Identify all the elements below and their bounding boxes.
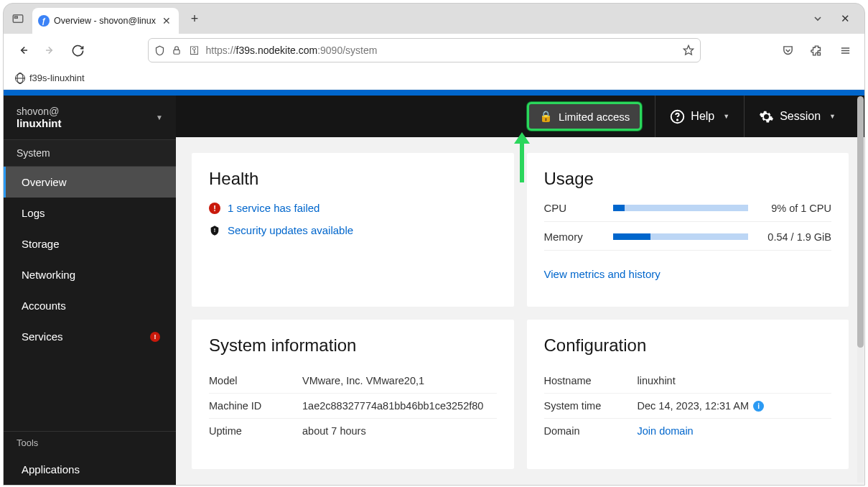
sidebar-section-system[interactable]: System <box>4 139 176 167</box>
health-card: Health ! 1 service has failed ! Security… <box>192 153 514 307</box>
service-failed-link[interactable]: 1 service has failed <box>228 202 319 214</box>
sidebar-item-label: Storage <box>22 238 60 250</box>
info-value: VMware, Inc. VMware20,1 <box>302 375 497 386</box>
info-label: Domain <box>544 425 638 437</box>
sidebar-item-networking[interactable]: Networking <box>4 259 176 290</box>
sidebar-item-services[interactable]: Services! <box>4 321 176 352</box>
svg-rect-1 <box>15 17 18 18</box>
metrics-history-link[interactable]: View metrics and history <box>544 268 661 280</box>
alert-icon: ! <box>209 203 220 214</box>
host-name: linuxhint <box>17 117 62 129</box>
cpu-bar <box>613 205 749 211</box>
tab-close-button[interactable]: ✕ <box>160 15 173 27</box>
host-user: shovon@ <box>17 106 62 117</box>
info-label: System time <box>544 400 638 412</box>
bookmark-bar: f39s-linuxhint <box>4 67 864 90</box>
window-close-button[interactable]: ✕ <box>841 12 850 25</box>
sidebar-item-label: Logs <box>22 207 45 219</box>
sysinfo-card: System information ModelVMware, Inc. VMw… <box>192 320 514 469</box>
lock-icon: 🔒 <box>539 110 553 123</box>
svg-marker-5 <box>683 45 693 55</box>
bookmark-star-button[interactable] <box>683 45 694 56</box>
limited-access-label: Limited access <box>559 111 630 123</box>
health-title: Health <box>209 169 497 189</box>
help-label: Help <box>691 110 714 123</box>
caret-down-icon: ▼ <box>723 113 729 120</box>
new-tab-button[interactable]: + <box>185 9 205 29</box>
info-row: System timeDec 14, 2023, 12:31 AMi <box>544 394 832 419</box>
shield-icon <box>154 45 166 56</box>
cockpit-app: shovon@ linuxhint ▼ System OverviewLogsS… <box>4 96 864 485</box>
cpu-label: CPU <box>544 202 602 214</box>
scrollbar[interactable] <box>857 96 864 483</box>
lock-icon <box>172 45 183 55</box>
sidebar-item-accounts[interactable]: Accounts <box>4 290 176 321</box>
browser-window: ƒ Overview - shovon@linux ✕ + ✕ <box>3 3 865 486</box>
memory-bar <box>613 233 749 240</box>
url-text: https://f39s.nodekite.com:9090/system <box>206 45 677 56</box>
usage-card: Usage CPU 9% of 1 CPU Memory 0.54 / 1.9 … <box>527 153 849 307</box>
info-row: Hostnamelinuxhint <box>544 368 832 394</box>
session-menu[interactable]: Session ▼ <box>744 96 850 137</box>
help-icon <box>670 109 685 124</box>
limited-access-button[interactable]: 🔒 Limited access <box>527 102 642 131</box>
svg-point-10 <box>677 119 678 120</box>
reload-button[interactable] <box>67 40 88 61</box>
sidebar-section-tools[interactable]: Tools <box>4 431 176 454</box>
sidebar-item-label: Overview <box>22 176 67 188</box>
url-bar[interactable]: ⚿ https://f39s.nodekite.com:9090/system <box>148 38 701 62</box>
sysinfo-title: System information <box>209 335 497 356</box>
security-updates-link[interactable]: Security updates available <box>228 224 353 236</box>
memory-value: 0.54 / 1.9 GiB <box>760 231 831 243</box>
extensions-button[interactable] <box>806 40 827 61</box>
caret-down-icon: ▼ <box>829 113 836 120</box>
sidebar-item-overview[interactable]: Overview <box>4 167 176 198</box>
info-label: Model <box>209 375 302 386</box>
svg-rect-4 <box>173 50 179 54</box>
info-value-link[interactable]: Join domain <box>638 425 832 437</box>
back-button[interactable] <box>12 40 34 61</box>
browser-tab[interactable]: ƒ Overview - shovon@linux ✕ <box>32 8 179 34</box>
cpu-value: 9% of 1 CPU <box>760 203 831 214</box>
pocket-button[interactable] <box>777 40 798 61</box>
host-switcher[interactable]: shovon@ linuxhint ▼ <box>4 96 176 139</box>
memory-label: Memory <box>544 231 602 243</box>
key-icon: ⚿ <box>189 45 200 56</box>
help-menu[interactable]: Help ▼ <box>655 96 744 137</box>
tab-bar: ƒ Overview - shovon@linux ✕ + ✕ <box>4 4 864 34</box>
info-value: Dec 14, 2023, 12:31 AMi <box>638 400 832 412</box>
sidebar-item-storage[interactable]: Storage <box>4 228 176 259</box>
content-grid: Health ! 1 service has failed ! Security… <box>176 137 864 485</box>
info-label: Hostname <box>544 375 638 386</box>
sidebar-item-label: Networking <box>22 269 75 281</box>
sidebar-item-applications[interactable]: Applications <box>4 454 176 485</box>
scrollbar-thumb[interactable] <box>857 96 864 348</box>
browser-toolbar: ⚿ https://f39s.nodekite.com:9090/system <box>4 34 864 67</box>
info-row: Machine ID1ae2c88327774a81bb46bb1ce3252f… <box>209 394 497 419</box>
firefox-view-button[interactable] <box>9 10 27 27</box>
menu-button[interactable] <box>834 40 856 61</box>
sidebar-item-label: Services <box>22 330 63 343</box>
sidebar-item-label: Accounts <box>22 300 66 312</box>
info-value: 1ae2c88327774a81bb46bb1ce3252f80 <box>302 400 497 412</box>
info-label: Machine ID <box>209 400 302 412</box>
forward-button[interactable] <box>39 40 61 61</box>
svg-text:!: ! <box>214 227 215 233</box>
tab-title: Overview - shovon@linux <box>54 16 156 26</box>
tab-favicon-icon: ƒ <box>38 15 50 27</box>
usage-title: Usage <box>544 169 832 189</box>
config-title: Configuration <box>544 335 832 356</box>
bookmark-item[interactable]: f39s-linuxhint <box>29 73 85 83</box>
gear-icon <box>759 109 774 124</box>
security-shield-icon: ! <box>209 225 220 236</box>
sidebar-item-logs[interactable]: Logs <box>4 198 176 228</box>
caret-down-icon: ▼ <box>156 113 163 121</box>
masthead: 🔒 Limited access Help ▼ Session ▼ <box>176 96 864 137</box>
info-row: ModelVMware, Inc. VMware20,1 <box>209 368 497 394</box>
sidebar: shovon@ linuxhint ▼ System OverviewLogsS… <box>4 96 176 485</box>
info-value: about 7 hours <box>302 425 497 437</box>
tabs-dropdown-button[interactable] <box>812 13 823 24</box>
brand-strip <box>4 90 864 96</box>
globe-icon <box>15 73 25 83</box>
info-icon[interactable]: i <box>753 401 764 412</box>
